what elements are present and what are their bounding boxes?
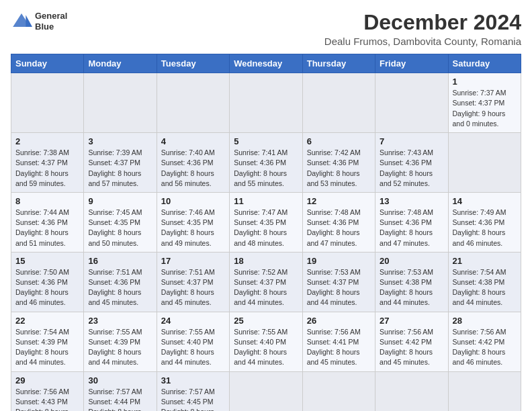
- day-detail: Sunrise: 7:50 AMSunset: 4:36 PMDaylight:…: [15, 267, 79, 308]
- calendar-day-cell: 12Sunrise: 7:48 AMSunset: 4:36 PMDayligh…: [302, 192, 375, 252]
- calendar-week-row: 15Sunrise: 7:50 AMSunset: 4:36 PMDayligh…: [11, 252, 521, 312]
- calendar-day-cell: 16Sunrise: 7:51 AMSunset: 4:36 PMDayligh…: [84, 252, 157, 312]
- calendar-day-cell: 9Sunrise: 7:45 AMSunset: 4:35 PMDaylight…: [84, 192, 157, 252]
- calendar-day-cell: 18Sunrise: 7:52 AMSunset: 4:37 PMDayligh…: [230, 252, 302, 312]
- day-number: 2: [15, 136, 79, 146]
- calendar-day-cell: 8Sunrise: 7:44 AMSunset: 4:36 PMDaylight…: [11, 192, 84, 252]
- day-detail: Sunrise: 7:54 AMSunset: 4:38 PMDaylight:…: [453, 267, 517, 308]
- calendar-day-cell: 23Sunrise: 7:55 AMSunset: 4:39 PMDayligh…: [84, 312, 157, 371]
- day-number: 28: [453, 316, 517, 326]
- weekday-header-sunday: Sunday: [11, 54, 84, 73]
- day-detail: Sunrise: 7:44 AMSunset: 4:36 PMDaylight:…: [15, 208, 79, 248]
- day-number: 29: [15, 375, 79, 385]
- calendar-day-cell: 13Sunrise: 7:48 AMSunset: 4:36 PMDayligh…: [375, 192, 448, 252]
- day-number: 14: [453, 196, 517, 206]
- day-number: 3: [88, 136, 152, 146]
- weekday-header-tuesday: Tuesday: [157, 54, 229, 73]
- logo: General Blue: [11, 11, 67, 32]
- logo-text: General Blue: [35, 11, 67, 32]
- calendar-week-row: 2Sunrise: 7:38 AMSunset: 4:37 PMDaylight…: [11, 133, 521, 193]
- day-detail: Sunrise: 7:52 AMSunset: 4:37 PMDaylight:…: [234, 267, 298, 308]
- day-detail: Sunrise: 7:41 AMSunset: 4:36 PMDaylight:…: [234, 148, 298, 189]
- day-number: 12: [307, 196, 371, 206]
- title-block: December 2024 Dealu Frumos, Dambovita Co…: [324, 11, 521, 47]
- day-detail: Sunrise: 7:45 AMSunset: 4:35 PMDaylight:…: [88, 208, 152, 248]
- day-number: 5: [234, 136, 298, 146]
- calendar-day-cell: 22Sunrise: 7:54 AMSunset: 4:39 PMDayligh…: [11, 312, 84, 371]
- day-number: 20: [380, 256, 443, 266]
- calendar-day-cell: [302, 73, 375, 133]
- calendar-day-cell: 5Sunrise: 7:41 AMSunset: 4:36 PMDaylight…: [230, 133, 302, 193]
- day-detail: Sunrise: 7:37 AMSunset: 4:37 PMDaylight:…: [453, 88, 517, 129]
- calendar-day-cell: 10Sunrise: 7:46 AMSunset: 4:35 PMDayligh…: [157, 192, 229, 252]
- calendar-day-cell: 24Sunrise: 7:55 AMSunset: 4:40 PMDayligh…: [157, 312, 229, 371]
- calendar-day-cell: 2Sunrise: 7:38 AMSunset: 4:37 PMDaylight…: [11, 133, 84, 193]
- day-detail: Sunrise: 7:43 AMSunset: 4:36 PMDaylight:…: [380, 148, 443, 189]
- day-detail: Sunrise: 7:55 AMSunset: 4:39 PMDaylight:…: [88, 327, 152, 368]
- calendar-week-row: 22Sunrise: 7:54 AMSunset: 4:39 PMDayligh…: [11, 312, 521, 371]
- day-number: 1: [453, 77, 517, 87]
- calendar-day-cell: [375, 371, 448, 411]
- weekday-header-thursday: Thursday: [302, 54, 375, 73]
- calendar-day-cell: [230, 73, 302, 133]
- calendar-table: SundayMondayTuesdayWednesdayThursdayFrid…: [11, 54, 521, 411]
- day-number: 10: [161, 196, 225, 206]
- day-detail: Sunrise: 7:48 AMSunset: 4:36 PMDaylight:…: [307, 208, 371, 248]
- calendar-day-cell: 19Sunrise: 7:53 AMSunset: 4:37 PMDayligh…: [302, 252, 375, 312]
- day-number: 17: [161, 256, 225, 266]
- day-number: 18: [234, 256, 298, 266]
- calendar-day-cell: 4Sunrise: 7:40 AMSunset: 4:36 PMDaylight…: [157, 133, 229, 193]
- calendar-week-row: 29Sunrise: 7:56 AMSunset: 4:43 PMDayligh…: [11, 371, 521, 411]
- calendar-day-cell: 30Sunrise: 7:57 AMSunset: 4:44 PMDayligh…: [84, 371, 157, 411]
- day-detail: Sunrise: 7:54 AMSunset: 4:39 PMDaylight:…: [15, 327, 79, 368]
- day-detail: Sunrise: 7:56 AMSunset: 4:43 PMDaylight:…: [15, 387, 79, 411]
- day-number: 26: [307, 316, 371, 326]
- day-detail: Sunrise: 7:57 AMSunset: 4:44 PMDaylight:…: [88, 387, 152, 411]
- calendar-day-cell: 7Sunrise: 7:43 AMSunset: 4:36 PMDaylight…: [375, 133, 448, 193]
- day-number: 6: [307, 136, 371, 146]
- weekday-header-monday: Monday: [84, 54, 157, 73]
- day-detail: Sunrise: 7:42 AMSunset: 4:36 PMDaylight:…: [307, 148, 371, 189]
- day-number: 22: [15, 316, 79, 326]
- day-detail: Sunrise: 7:49 AMSunset: 4:36 PMDaylight:…: [453, 208, 517, 248]
- calendar-day-cell: 20Sunrise: 7:53 AMSunset: 4:38 PMDayligh…: [375, 252, 448, 312]
- day-number: 19: [307, 256, 371, 266]
- day-detail: Sunrise: 7:56 AMSunset: 4:42 PMDaylight:…: [453, 327, 517, 368]
- calendar-day-cell: [84, 73, 157, 133]
- calendar-day-cell: 28Sunrise: 7:56 AMSunset: 4:42 PMDayligh…: [448, 312, 521, 371]
- weekday-header-row: SundayMondayTuesdayWednesdayThursdayFrid…: [11, 54, 521, 73]
- calendar-day-cell: 15Sunrise: 7:50 AMSunset: 4:36 PMDayligh…: [11, 252, 84, 312]
- calendar-day-cell: 29Sunrise: 7:56 AMSunset: 4:43 PMDayligh…: [11, 371, 84, 411]
- day-number: 11: [234, 196, 298, 206]
- page-header: General Blue December 2024 Dealu Frumos,…: [11, 11, 521, 47]
- day-number: 25: [234, 316, 298, 326]
- day-detail: Sunrise: 7:57 AMSunset: 4:45 PMDaylight:…: [161, 387, 225, 411]
- main-title: December 2024: [324, 11, 521, 34]
- day-number: 15: [15, 256, 79, 266]
- day-number: 24: [161, 316, 225, 326]
- calendar-day-cell: 21Sunrise: 7:54 AMSunset: 4:38 PMDayligh…: [448, 252, 521, 312]
- calendar-day-cell: [230, 371, 302, 411]
- day-detail: Sunrise: 7:51 AMSunset: 4:36 PMDaylight:…: [88, 267, 152, 308]
- day-detail: Sunrise: 7:56 AMSunset: 4:42 PMDaylight:…: [380, 327, 443, 368]
- day-detail: Sunrise: 7:56 AMSunset: 4:41 PMDaylight:…: [307, 327, 371, 368]
- weekday-header-wednesday: Wednesday: [230, 54, 302, 73]
- calendar-day-cell: 26Sunrise: 7:56 AMSunset: 4:41 PMDayligh…: [302, 312, 375, 371]
- calendar-day-cell: [375, 73, 448, 133]
- day-number: 23: [88, 316, 152, 326]
- day-detail: Sunrise: 7:53 AMSunset: 4:37 PMDaylight:…: [307, 267, 371, 308]
- day-detail: Sunrise: 7:55 AMSunset: 4:40 PMDaylight:…: [161, 327, 225, 368]
- day-number: 9: [88, 196, 152, 206]
- calendar-day-cell: [157, 73, 229, 133]
- day-detail: Sunrise: 7:47 AMSunset: 4:35 PMDaylight:…: [234, 208, 298, 248]
- day-number: 21: [453, 256, 517, 266]
- calendar-day-cell: 11Sunrise: 7:47 AMSunset: 4:35 PMDayligh…: [230, 192, 302, 252]
- day-number: 4: [161, 136, 225, 146]
- weekday-header-friday: Friday: [375, 54, 448, 73]
- day-detail: Sunrise: 7:48 AMSunset: 4:36 PMDaylight:…: [380, 208, 443, 248]
- calendar-day-cell: 1Sunrise: 7:37 AMSunset: 4:37 PMDaylight…: [448, 73, 521, 133]
- calendar-day-cell: 27Sunrise: 7:56 AMSunset: 4:42 PMDayligh…: [375, 312, 448, 371]
- calendar-day-cell: 6Sunrise: 7:42 AMSunset: 4:36 PMDaylight…: [302, 133, 375, 193]
- calendar-day-cell: 25Sunrise: 7:55 AMSunset: 4:40 PMDayligh…: [230, 312, 302, 371]
- calendar-day-cell: [448, 133, 521, 193]
